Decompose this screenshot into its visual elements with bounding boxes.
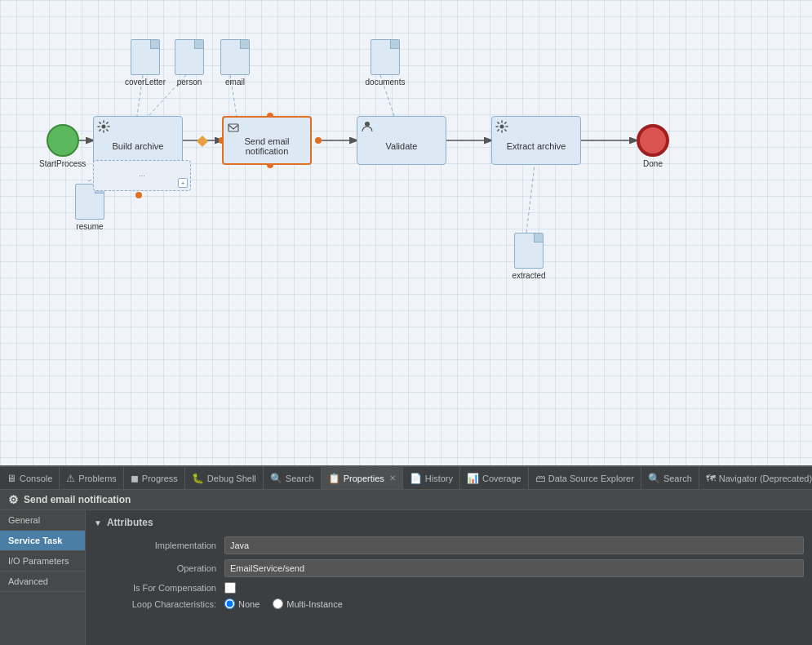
none-radio-label: None	[238, 599, 260, 609]
panel-header-icon: ⚙	[8, 493, 19, 506]
implementation-input[interactable]	[224, 536, 804, 554]
file-documents[interactable]: documents	[361, 39, 410, 87]
panel-content: General Service Task I/O Parameters Adva…	[0, 510, 812, 645]
section-header: ▼ Attributes	[94, 517, 804, 528]
done-node[interactable]: Done	[637, 124, 669, 168]
section-collapse-arrow[interactable]: ▼	[94, 518, 102, 527]
loop-characteristics-row: Loop Characteristics: None Multi-Instanc…	[94, 598, 804, 609]
validate-label: Validate	[383, 141, 421, 151]
loop-radio-group: None Multi-Instance	[224, 598, 343, 609]
properties-label: Properties	[344, 474, 384, 483]
start-event-node[interactable]: StartProcess	[39, 124, 86, 168]
data-source-icon: 🗃	[535, 473, 545, 484]
properties-close-button[interactable]: ✕	[389, 474, 396, 483]
tab-search2[interactable]: 🔍 Search	[641, 467, 699, 490]
console-label: Console	[20, 474, 52, 483]
compensation-label: Is For Compensation	[94, 583, 224, 593]
send-email-node[interactable]: Send email notification	[222, 116, 312, 165]
validate-task: Validate	[357, 116, 446, 165]
implementation-label: Implementation	[94, 540, 224, 550]
user-icon	[361, 120, 374, 133]
end-event-shape	[637, 124, 669, 157]
properties-icon: 📋	[328, 473, 340, 484]
problems-label: Problems	[78, 474, 116, 483]
debug-label: Debug Shell	[207, 474, 256, 483]
build-archive-task: Build archive	[93, 116, 183, 165]
svg-rect-15	[197, 136, 208, 147]
compensation-checkbox[interactable]	[224, 582, 236, 594]
bpmn-canvas[interactable]: StartProcess Build archive Send email no…	[0, 0, 812, 465]
file-person[interactable]: person	[165, 39, 214, 87]
email-label: email	[225, 78, 245, 87]
search2-icon: 🔍	[648, 473, 660, 484]
none-radio-option[interactable]: None	[224, 598, 260, 609]
person-label: person	[177, 78, 202, 87]
extract-archive-label: Extract archive	[504, 141, 570, 151]
navigator-label: Navigator (Deprecated)	[719, 474, 812, 483]
cover-letter-label: coverLetter	[125, 78, 166, 87]
coverage-icon: 📊	[467, 473, 479, 484]
svg-point-18	[365, 122, 370, 127]
subprocess-label: ···	[139, 171, 145, 180]
tab-progress[interactable]: ◼ Progress	[124, 467, 185, 490]
attributes-section: ▼ Attributes Implementation Operation Is…	[86, 510, 812, 621]
email-file-icon	[220, 39, 250, 75]
operation-row: Operation	[94, 559, 804, 577]
tab-problems[interactable]: ⚠ Problems	[60, 467, 123, 490]
resume-label: resume	[76, 222, 103, 231]
gear-icon	[97, 120, 110, 133]
svg-line-10	[526, 165, 535, 233]
operation-input[interactable]	[224, 559, 804, 577]
sidebar-general[interactable]: General	[0, 510, 85, 531]
subprocess-placeholder: ··· +	[93, 160, 191, 191]
sidebar-advanced[interactable]: Advanced	[0, 572, 85, 592]
svg-point-12	[315, 137, 322, 144]
sidebar-service-task[interactable]: Service Task	[0, 531, 85, 551]
panel-title: Send email notification	[24, 494, 131, 505]
progress-icon: ◼	[131, 473, 139, 484]
console-icon: 🖥	[7, 473, 16, 484]
multi-instance-radio[interactable]	[273, 598, 283, 609]
svg-point-19	[500, 125, 504, 129]
sidebar-io-parameters[interactable]: I/O Parameters	[0, 551, 85, 572]
flow-dot	[135, 192, 142, 198]
multi-instance-radio-option[interactable]: Multi-Instance	[273, 598, 342, 609]
svg-rect-17	[229, 124, 238, 131]
tab-data-source-explorer[interactable]: 🗃 Data Source Explorer	[529, 467, 641, 490]
tab-search1[interactable]: 🔍 Search	[264, 467, 322, 490]
cover-letter-icon	[131, 39, 160, 75]
extract-archive-node[interactable]: Extract archive	[491, 116, 581, 165]
service-icon	[227, 121, 240, 134]
validate-node[interactable]: Validate	[357, 116, 446, 165]
file-email[interactable]: email	[211, 39, 260, 87]
loop-label: Loop Characteristics:	[94, 599, 224, 609]
send-email-label: Send email notification	[224, 136, 310, 156]
panel-header: ⚙ Send email notification	[0, 490, 812, 510]
file-cover-letter[interactable]: coverLetter	[121, 39, 170, 87]
history-label: History	[425, 474, 453, 483]
tab-history[interactable]: 📄 History	[403, 467, 460, 490]
tab-bar: 🖥 Console ⚠ Problems ◼ Progress 🐛 Debug …	[0, 467, 812, 490]
tab-console[interactable]: 🖥 Console	[0, 467, 60, 490]
tab-coverage[interactable]: 📊 Coverage	[460, 467, 529, 490]
section-title: Attributes	[107, 517, 153, 528]
expand-icon: +	[178, 178, 188, 188]
send-email-task: Send email notification	[222, 116, 312, 165]
gear2-icon	[495, 120, 508, 133]
none-radio[interactable]	[224, 598, 235, 609]
operation-label: Operation	[94, 563, 224, 573]
multi-instance-radio-label: Multi-Instance	[286, 599, 342, 609]
build-archive-label: Build archive	[109, 141, 167, 151]
properties-sidebar: General Service Task I/O Parameters Adva…	[0, 510, 86, 645]
tab-debug-shell[interactable]: 🐛 Debug Shell	[185, 467, 264, 490]
tab-navigator[interactable]: 🗺 Navigator (Deprecated)	[699, 467, 812, 490]
person-file-icon	[175, 39, 204, 75]
file-extracted[interactable]: extracted	[504, 233, 553, 280]
panel-main: ▼ Attributes Implementation Operation Is…	[86, 510, 812, 645]
start-event-shape	[47, 124, 79, 157]
tab-properties[interactable]: 📋 Properties ✕	[322, 467, 403, 490]
data-source-label: Data Source Explorer	[548, 474, 634, 483]
start-event-label: StartProcess	[39, 159, 86, 168]
build-archive-node[interactable]: Build archive	[93, 116, 183, 165]
extracted-file-icon	[514, 233, 544, 269]
